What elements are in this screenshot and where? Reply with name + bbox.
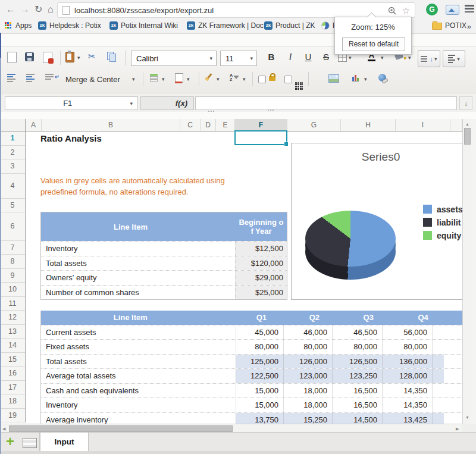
column-header-G[interactable]: G [287, 119, 341, 131]
new-book-button[interactable] [7, 52, 17, 63]
cut-button[interactable]: ✂ [88, 51, 96, 62]
reload-icon[interactable]: ↻ [35, 2, 42, 17]
splitter-handle-icon[interactable] [268, 109, 274, 111]
url-text[interactable]: localhost:8080/zsscase/export/export.zul [74, 6, 214, 15]
column-header-H[interactable]: H [341, 119, 396, 131]
value-cell-partial[interactable] [432, 398, 444, 412]
value-cell[interactable]: $25,000 [235, 286, 287, 300]
value-cell[interactable]: 123,000 [283, 369, 332, 383]
value-cell[interactable]: 16,500 [332, 398, 382, 412]
value-cell[interactable]: 15,000 [236, 384, 283, 398]
value-cell-partial[interactable] [432, 384, 444, 398]
value-cell[interactable]: 46,500 [332, 325, 382, 340]
align-top-button[interactable] [7, 74, 15, 82]
table-row[interactable]: Cash and cash equivalents15,00018,00016,… [41, 383, 462, 398]
table-row[interactable]: Number of common shares$25,000 [41, 285, 287, 300]
line-item-cell[interactable]: Inventory [41, 398, 236, 412]
row-header-6[interactable]: 6 [0, 212, 25, 241]
table-row[interactable]: Average total assets122,500123,000123,25… [41, 368, 462, 383]
row-header-11[interactable]: 11 [0, 297, 25, 311]
table2-header-Q1[interactable]: Q1 [236, 311, 288, 325]
bookmark-apps[interactable]: Apps [5, 21, 32, 30]
sort-button[interactable]: ↓▾ [418, 50, 440, 67]
table1-header-beginning-of-year[interactable]: Beginning of Year [236, 212, 287, 241]
bookmarks-overflow-icon[interactable]: » [467, 22, 471, 31]
formula-bar-expand-button[interactable]: ↓ [459, 96, 472, 110]
value-cell[interactable]: 14,350 [382, 398, 432, 412]
selected-cell-F1[interactable] [234, 130, 287, 145]
value-cell[interactable]: 13,750 [236, 413, 283, 424]
value-cell[interactable]: 18,000 [283, 384, 332, 398]
column-header-F[interactable]: F [235, 119, 287, 131]
font-family-select[interactable]: Calibri ▾ [131, 51, 217, 66]
column-header-partial[interactable] [450, 119, 462, 131]
value-cell[interactable]: 122,500 [236, 369, 283, 383]
row-header-18[interactable]: 18 [0, 394, 25, 409]
table-row[interactable]: Current assets45,00046,00046,50056,000 [41, 325, 462, 340]
zoom-in-icon[interactable] [388, 7, 396, 15]
value-cell[interactable]: 15,000 [236, 398, 283, 412]
bookmark-potix-internal-wiki[interactable]: zkPotix Internal Wiki [109, 21, 178, 30]
value-cell-partial[interactable] [432, 340, 444, 354]
column-header-E[interactable]: E [216, 119, 235, 131]
row-header-5[interactable]: 5 [0, 199, 25, 212]
sort-filter-button[interactable]: AZ [230, 73, 239, 82]
value-cell[interactable]: 125,000 [236, 355, 283, 369]
reset-to-default-button[interactable]: Reset to default [342, 37, 405, 51]
note-line-2[interactable]: predefined formula, no alterations requi… [40, 187, 189, 196]
value-cell[interactable]: 15,250 [283, 413, 332, 424]
bookmark-potix[interactable]: POTIX [432, 21, 466, 30]
table-row[interactable]: Fixed assets80,00080,00080,00080,000 [41, 339, 462, 354]
format-painter-dropdown-icon[interactable]: ▾ [217, 76, 220, 82]
note-line-1[interactable]: Values in grey cells are automatically c… [40, 176, 225, 185]
line-item-cell[interactable]: Average inventory [41, 413, 236, 424]
horizontal-scrollbar[interactable]: ◀ ▶ [0, 424, 462, 433]
table-row[interactable]: Owners' equity$29,000 [41, 270, 287, 285]
save-button[interactable] [25, 52, 34, 61]
insert-dropdown-icon[interactable]: ▾ [162, 76, 165, 82]
row-header-1[interactable]: 1 [0, 131, 25, 146]
line-item-cell[interactable]: Average total assets [41, 369, 236, 383]
row-header-7[interactable]: 7 [0, 241, 25, 255]
line-item-cell[interactable]: Owners' equity [41, 271, 235, 285]
line-item-cell[interactable]: Inventory [41, 242, 235, 256]
cell-reference-box[interactable]: F1 ▾ [5, 96, 138, 110]
value-cell[interactable]: 126,500 [332, 355, 382, 369]
scroll-left-icon[interactable]: ◀ [2, 427, 5, 431]
column-header-I[interactable]: I [396, 119, 450, 131]
delete-cells-button[interactable] [175, 73, 183, 83]
home-icon[interactable]: ⌂ [48, 2, 54, 17]
splitter-handle-icon[interactable] [208, 111, 214, 112]
protect-sheet-checkbox[interactable] [258, 76, 266, 83]
value-cell[interactable]: 13,425 [382, 413, 432, 424]
value-cell[interactable]: 18,000 [283, 398, 332, 412]
forward-icon[interactable]: → [20, 2, 30, 17]
row-header-9[interactable]: 9 [0, 269, 25, 283]
value-cell[interactable]: 14,500 [332, 413, 382, 424]
value-cell[interactable]: $120,000 [235, 256, 287, 271]
add-sheet-button[interactable]: + [6, 434, 14, 449]
formula-input[interactable] [195, 96, 457, 110]
scroll-down-icon[interactable]: ▼ [465, 415, 469, 419]
table1-header-line-item[interactable]: Line Item [41, 212, 236, 241]
bookmark-helpdesk-potix[interactable]: zkHelpdesk : Potix [38, 21, 101, 30]
line-item-cell[interactable]: Current assets [41, 325, 236, 340]
row-header-15[interactable]: 15 [0, 353, 25, 367]
value-cell[interactable]: 80,000 [382, 340, 432, 354]
row-header-10[interactable]: 10 [0, 283, 25, 297]
value-cell[interactable]: 136,000 [382, 355, 432, 369]
delete-dropdown-icon[interactable]: ▾ [187, 76, 190, 82]
line-item-cell[interactable]: Fixed assets [41, 340, 236, 354]
row-header-8[interactable]: 8 [0, 255, 25, 269]
sheet-grid[interactable]: ABCDEFGHI 12345678910111213141516171819 … [0, 119, 462, 424]
value-cell[interactable]: 80,000 [332, 340, 382, 354]
row-header-14[interactable]: 14 [0, 339, 25, 353]
vertical-scrollbar[interactable]: ▲ ▼ [462, 119, 471, 424]
table-row[interactable]: Inventory$12,500 [41, 241, 287, 256]
value-cell[interactable]: 46,000 [283, 325, 332, 340]
table2-header-Q2[interactable]: Q2 [287, 311, 341, 325]
value-cell[interactable]: $12,500 [235, 242, 287, 256]
insert-cells-button[interactable] [150, 74, 158, 82]
table-row[interactable]: Total assets$120,000 [41, 256, 287, 271]
row-header-13[interactable]: 13 [0, 325, 25, 339]
